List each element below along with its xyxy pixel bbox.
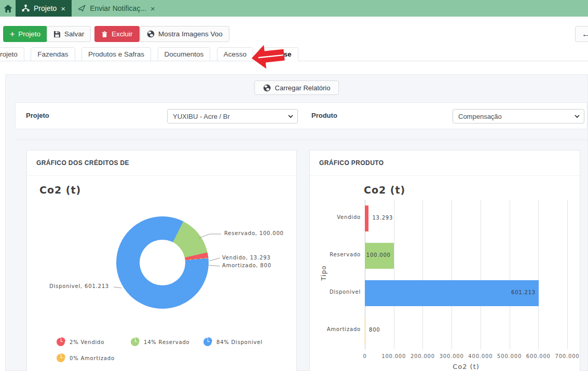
- filter-bar: Projeto YUXIBU - Acre / Br Produto Compe…: [15, 102, 587, 129]
- product-card-header: GRÁFICO PRODUTO: [310, 150, 580, 176]
- nav-tabs: Projeto Fazendas Produtos e Safras Docum…: [0, 47, 588, 61]
- tab-documentos[interactable]: Documentos: [158, 47, 211, 61]
- save-icon: [53, 31, 61, 38]
- x-tick-label: 0: [363, 353, 366, 359]
- gridline: [394, 200, 394, 349]
- bar-value-label: 100.000: [366, 252, 391, 258]
- bar-amortizado: [365, 318, 365, 343]
- gridline: [510, 200, 510, 349]
- legend-item-amortizado[interactable]: 0% Amortizado: [57, 354, 115, 362]
- bar-chart-title: Co2 (t): [364, 184, 580, 196]
- product-filter-label: Produto: [311, 112, 337, 119]
- home-icon: [4, 5, 12, 12]
- legend-item-disponivel[interactable]: 84% Disponivel: [203, 338, 263, 346]
- project-filter-label: Projeto: [26, 112, 49, 119]
- project-select-value: YUXIBU - Acre / Br: [173, 113, 230, 120]
- charts-section: GRÁFICO DOS CRÉDITOS DE Co2 (t) Reservad…: [15, 140, 587, 371]
- tab-acesso[interactable]: Acesso: [217, 47, 253, 61]
- category-label: Vendido: [310, 214, 361, 220]
- app-tab-projeto[interactable]: Projeto ×: [16, 0, 72, 17]
- gridline: [452, 200, 452, 349]
- chevron-down-icon: [575, 115, 580, 118]
- bar-categories: VendidoReservadoDisponivelAmortizado: [310, 200, 361, 349]
- legend-item-reservado[interactable]: 14% Reservado: [131, 338, 203, 346]
- tab-produtos-e-safras[interactable]: Produtos e Safras: [81, 47, 151, 61]
- callout-reservado: Reservado, 100.000: [224, 230, 284, 236]
- project-tree-icon: [22, 5, 30, 12]
- bar-value-label: 601.213: [511, 290, 536, 295]
- x-tick-label: 300.000: [440, 353, 464, 359]
- send-icon: [78, 5, 86, 12]
- legend-label: 14% Reservado: [144, 339, 189, 345]
- chevron-down-icon: [288, 115, 293, 118]
- close-icon[interactable]: ×: [151, 5, 155, 12]
- main-panel: Carregar Relatório Projeto YUXIBU - Acre…: [5, 74, 588, 371]
- x-tick-label: 200.000: [411, 353, 435, 359]
- tab-fazendas[interactable]: Fazendas: [31, 47, 75, 61]
- show-flight-images-label: Mostra Imagens Voo: [158, 30, 223, 38]
- bar-value-label: 13.293: [372, 215, 393, 221]
- product-chart-card: GRÁFICO PRODUTO Co2 (t) Tipo VendidoRese…: [309, 150, 580, 371]
- callout-amortizado: Amortizado, 800: [222, 263, 271, 268]
- gridline: [538, 200, 539, 349]
- pie-icon: [57, 354, 65, 362]
- back-button[interactable]: ←: [575, 26, 588, 42]
- trash-icon: [101, 31, 108, 38]
- app-tabbar: Projeto × Enviar Notificaç... ×: [0, 0, 588, 17]
- bar-chart: Tipo VendidoReservadoDisponivelAmortizad…: [310, 199, 580, 371]
- legend-label: 2% Vendido: [70, 339, 104, 345]
- save-button[interactable]: Salvar: [47, 26, 91, 42]
- plus-icon: +: [10, 30, 15, 38]
- pie-icon: [203, 338, 212, 346]
- product-select[interactable]: Compensação: [453, 109, 584, 123]
- pie-icon: [57, 338, 65, 346]
- legend-label: 0% Amortizado: [70, 355, 115, 361]
- category-label: Amortizado: [310, 326, 361, 332]
- globe-icon: [147, 30, 155, 38]
- credits-card-header: GRÁFICO DOS CRÉDITOS DE: [27, 150, 296, 176]
- bar-plot: 13.293100.000601.213800: [365, 200, 567, 349]
- delete-label: Excluir: [112, 30, 133, 38]
- add-project-label: Projeto: [18, 30, 40, 38]
- bar-vendido: [365, 205, 368, 231]
- credits-chart-card: GRÁFICO DOS CRÉDITOS DE Co2 (t) Reservad…: [26, 150, 297, 371]
- pie-icon: [131, 338, 139, 346]
- gridline: [481, 200, 481, 349]
- bar-value-label: 800: [369, 327, 380, 333]
- donut-chart: Reservado, 100.000 Vendido, 13.293 Amort…: [27, 200, 296, 336]
- globe-icon: [263, 84, 271, 92]
- show-flight-images-button[interactable]: Mostra Imagens Voo: [140, 26, 229, 42]
- annotation-arrow-icon: [248, 41, 288, 76]
- delete-button[interactable]: Excluir: [94, 26, 140, 42]
- x-tick-label: 600.000: [526, 353, 551, 359]
- donut-legend: 2% Vendido 14% Reservado 84% Disponivel …: [27, 338, 296, 362]
- category-label: Disponivel: [310, 289, 361, 295]
- legend-item-vendido[interactable]: 2% Vendido: [57, 338, 131, 346]
- product-select-value: Compensação: [458, 113, 502, 120]
- x-tick-label: 400.000: [468, 353, 493, 359]
- app-tab-enviar-notificacao[interactable]: Enviar Notificaç... ×: [72, 0, 161, 17]
- legend-label: 84% Disponivel: [216, 339, 263, 345]
- tab-projeto[interactable]: Projeto: [0, 47, 24, 61]
- toolbar: + Projeto Salvar Excluir Mostra Imagens …: [0, 17, 588, 47]
- x-tick-label: 100.000: [381, 353, 406, 359]
- x-tick-label: 500.000: [497, 353, 522, 359]
- gridline: [567, 200, 568, 349]
- app-tab-label: Projeto: [34, 4, 57, 12]
- add-project-button[interactable]: + Projeto: [3, 26, 47, 42]
- load-report-label: Carregar Relatório: [275, 84, 331, 92]
- app-tab-label: Enviar Notificaç...: [90, 4, 146, 12]
- home-button[interactable]: [0, 0, 16, 17]
- load-report-button[interactable]: Carregar Relatório: [254, 80, 339, 95]
- arrow-left-icon: ←: [582, 30, 588, 39]
- close-icon[interactable]: ×: [61, 5, 65, 12]
- x-axis-label: Co2 (t): [453, 363, 480, 370]
- bar-ticks: 0100.000200.000300.000400.000500.000600.…: [365, 353, 567, 361]
- gridline: [422, 200, 423, 349]
- save-label: Salvar: [64, 30, 84, 38]
- callout-disponivel: Disponivel, 601.213: [49, 283, 109, 289]
- callout-vendido: Vendido, 13.293: [222, 255, 271, 260]
- x-tick-label: 700.000: [555, 353, 580, 359]
- project-select[interactable]: YUXIBU - Acre / Br: [167, 109, 298, 123]
- donut-chart-title: Co2 (t): [39, 184, 296, 196]
